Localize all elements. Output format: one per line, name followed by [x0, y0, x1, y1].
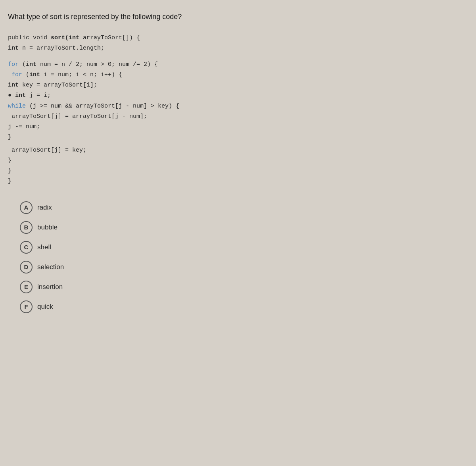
option-d[interactable]: D selection [20, 261, 464, 273]
code-line-4: for (int i = num; i < n; i++) { [8, 70, 464, 80]
code-line-1: public void sort(int arrayToSort[]) { [8, 33, 464, 43]
code-line-10: } [8, 132, 464, 142]
option-f-circle: F [20, 300, 33, 313]
code-line-14: } [8, 176, 464, 187]
option-e[interactable]: E insertion [20, 281, 464, 293]
option-f[interactable]: F quick [20, 300, 464, 313]
option-b-circle: B [20, 221, 33, 234]
option-b[interactable]: B bubble [20, 221, 464, 234]
option-a-circle: A [20, 201, 33, 214]
code-line-11: arrayToSort[j] = key; [8, 145, 464, 156]
question-text: What type of sort is represented by the … [8, 12, 464, 22]
option-f-label: quick [37, 303, 53, 311]
code-line-2: int n = arrayToSort.length; [8, 43, 464, 54]
code-line-7: while (j >= num && arrayToSort[j - num] … [8, 101, 464, 112]
options-list: A radix B bubble C shell D selection E i… [20, 201, 464, 313]
option-a-label: radix [37, 204, 52, 212]
code-block: public void sort(int arrayToSort[]) { in… [8, 33, 464, 187]
code-line-13: } [8, 166, 464, 176]
code-blank-1 [8, 54, 464, 60]
code-line-12: } [8, 156, 464, 166]
option-e-label: insertion [37, 283, 63, 291]
option-d-circle: D [20, 261, 33, 273]
code-line-3: for (int num = n / 2; num > 0; num /= 2)… [8, 60, 464, 70]
code-line-8: arrayToSort[j] = arrayToSort[j - num]; [8, 112, 464, 122]
option-c-label: shell [37, 243, 51, 251]
option-e-circle: E [20, 281, 33, 293]
option-a[interactable]: A radix [20, 201, 464, 214]
option-c-circle: C [20, 241, 33, 254]
option-b-label: bubble [37, 223, 58, 231]
code-line-6: ● int j = i; [8, 91, 464, 101]
option-c[interactable]: C shell [20, 241, 464, 254]
code-line-5: int key = arrayToSort[i]; [8, 80, 464, 91]
code-line-9: j -= num; [8, 122, 464, 132]
option-d-label: selection [37, 263, 64, 271]
